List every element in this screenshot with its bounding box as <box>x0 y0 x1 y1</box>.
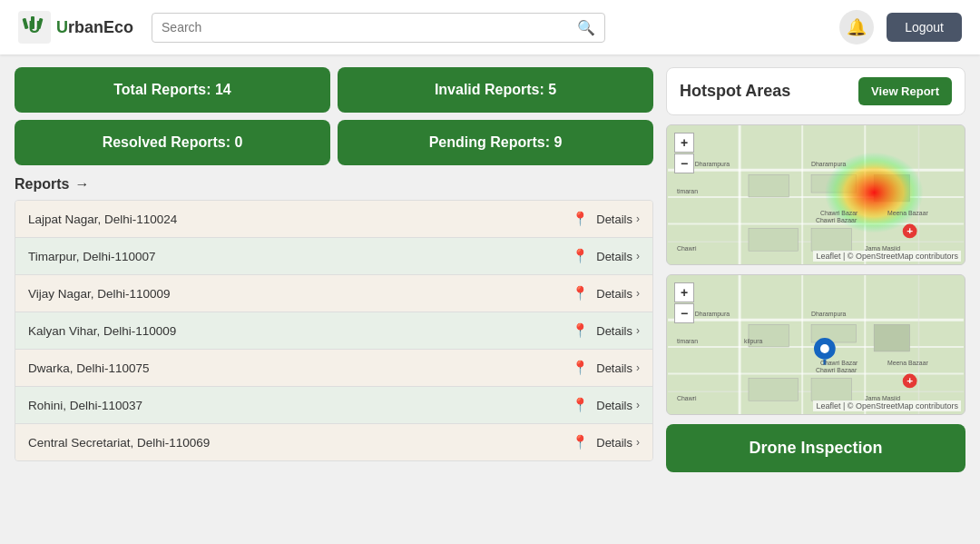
reports-header[interactable]: Reports → <box>15 176 653 193</box>
reports-arrow-icon: → <box>74 176 89 193</box>
chevron-right-icon: › <box>636 213 640 225</box>
svg-point-45 <box>820 344 829 353</box>
map2-zoom-in-button[interactable]: + <box>674 282 694 302</box>
svg-rect-3 <box>31 16 34 29</box>
svg-text:Meena Bazaar: Meena Bazaar <box>887 210 929 216</box>
hotspot-header: Hotspot Areas View Report <box>666 67 965 115</box>
heatmap-container: + Dharampura Dharampura timaran Chawri B… <box>666 124 965 265</box>
svg-text:Chawri: Chawri <box>677 395 697 401</box>
table-row[interactable]: Central Secretariat, Delhi-110069 📍 Deta… <box>15 424 652 460</box>
table-row[interactable]: Lajpat Nagar, Delhi-110024 📍 Details › <box>15 201 652 238</box>
report-location: Central Secretariat, Delhi-110069 <box>28 436 572 450</box>
search-bar[interactable]: 🔍 <box>152 13 605 43</box>
view-report-button[interactable]: View Report <box>858 77 952 105</box>
svg-rect-16 <box>749 229 798 252</box>
svg-rect-17 <box>811 229 851 252</box>
svg-rect-41 <box>749 379 798 401</box>
location-pin-icon: 📍 <box>572 397 589 413</box>
location-pin-icon: 📍 <box>572 285 589 302</box>
map1-zoom-in-button[interactable]: + <box>674 133 694 153</box>
map1-controls: + − <box>674 133 694 173</box>
svg-rect-14 <box>749 174 789 197</box>
notification-bell-button[interactable]: 🔔 <box>839 10 874 45</box>
location-pin-icon: 📍 <box>572 211 589 227</box>
left-panel: Total Reports: 14 Invalid Reports: 5 Res… <box>15 67 653 531</box>
svg-text:kilpura: kilpura <box>744 338 762 345</box>
table-row[interactable]: Rohini, Delhi-110037 📍 Details › <box>15 387 652 424</box>
svg-text:Dharampura: Dharampura <box>695 311 730 318</box>
chevron-right-icon: › <box>636 361 640 374</box>
details-link[interactable]: Details › <box>596 361 640 375</box>
report-location: Vijay Nagar, Delhi-110009 <box>28 287 572 301</box>
logo: U UrbanEco <box>18 11 133 44</box>
map2-attribution: Leaflet | © OpenStreetMap contributors <box>813 401 961 411</box>
map2-controls: + − <box>674 282 694 323</box>
svg-text:timaran: timaran <box>677 338 698 344</box>
details-link[interactable]: Details › <box>596 324 640 338</box>
svg-rect-42 <box>811 379 851 401</box>
location-pin-icon: 📍 <box>572 434 589 450</box>
logo-icon: U <box>18 11 51 44</box>
search-input[interactable] <box>162 20 577 35</box>
table-row[interactable]: Vijay Nagar, Delhi-110009 📍 Details › <box>15 275 652 312</box>
main-content: Total Reports: 14 Invalid Reports: 5 Res… <box>0 54 980 544</box>
location-pin-icon: 📍 <box>572 248 589 264</box>
svg-text:timaran: timaran <box>677 188 698 194</box>
invalid-reports-card: Invalid Reports: 5 <box>338 67 653 113</box>
chevron-right-icon: › <box>636 287 640 300</box>
logo-text: UrbanEco <box>56 18 133 37</box>
map1-attribution: Leaflet | © OpenStreetMap contributors <box>813 251 961 262</box>
table-row[interactable]: Dwarka, Delhi-110075 📍 Details › <box>15 350 652 387</box>
svg-text:Dharampura: Dharampura <box>695 161 730 168</box>
details-link[interactable]: Details › <box>596 436 640 450</box>
heatmap-svg: + Dharampura Dharampura timaran Chawri B… <box>667 125 965 264</box>
chevron-right-icon: › <box>636 250 640 262</box>
reports-list: Lajpat Nagar, Delhi-110024 📍 Details › T… <box>15 200 653 461</box>
right-panel: Hotspot Areas View Report <box>666 67 965 531</box>
chevron-right-icon: › <box>636 436 640 449</box>
drone-inspection-button[interactable]: Drone Inspection <box>666 424 965 472</box>
svg-text:Chawri Bazaar: Chawri Bazaar <box>816 217 858 223</box>
svg-text:Meena Bazaar: Meena Bazaar <box>887 360 929 366</box>
table-row[interactable]: Kalyan Vihar, Delhi-110009 📍 Details › <box>15 312 652 350</box>
search-icon-button[interactable]: 🔍 <box>577 19 595 36</box>
hotspot-title: Hotspot Areas <box>680 82 790 101</box>
header: U UrbanEco 🔍 🔔 Logout <box>0 0 980 54</box>
location-pin-icon: 📍 <box>572 322 589 339</box>
svg-text:Chawri: Chawri <box>677 245 697 252</box>
report-location: Dwarka, Delhi-110075 <box>28 361 572 375</box>
map2-zoom-out-button[interactable]: − <box>674 303 694 323</box>
svg-rect-40 <box>811 324 856 342</box>
header-right: 🔔 Logout <box>839 10 962 45</box>
svg-text:Dharampura: Dharampura <box>811 311 846 318</box>
details-link[interactable]: Details › <box>596 250 640 263</box>
chevron-right-icon: › <box>636 324 640 337</box>
pending-reports-card: Pending Reports: 9 <box>338 120 653 165</box>
pinmap-svg: + Dharampura Dharampura timaran kilpura … <box>667 275 965 414</box>
report-location: Lajpat Nagar, Delhi-110024 <box>28 213 572 226</box>
svg-text:+: + <box>906 224 913 237</box>
resolved-reports-card: Resolved Reports: 0 <box>15 120 330 165</box>
total-reports-card: Total Reports: 14 <box>15 67 330 113</box>
pinmap-container: + Dharampura Dharampura timaran kilpura … <box>666 274 965 415</box>
logout-button[interactable]: Logout <box>887 13 962 42</box>
details-link[interactable]: Details › <box>596 399 640 412</box>
svg-text:+: + <box>906 374 913 387</box>
svg-text:Chawri Bazaar: Chawri Bazaar <box>816 367 858 373</box>
report-location: Kalyan Vihar, Delhi-110009 <box>28 324 572 338</box>
svg-text:Chawri Bazar: Chawri Bazar <box>820 360 858 366</box>
svg-rect-43 <box>874 324 909 351</box>
table-row[interactable]: Timarpur, Delhi-110007 📍 Details › <box>15 238 652 275</box>
svg-text:Dharampura: Dharampura <box>811 161 846 168</box>
location-pin-icon: 📍 <box>572 360 589 376</box>
report-location: Rohini, Delhi-110037 <box>28 399 572 412</box>
chevron-right-icon: › <box>636 399 640 411</box>
map1-zoom-out-button[interactable]: − <box>674 153 694 173</box>
stats-grid: Total Reports: 14 Invalid Reports: 5 Res… <box>15 67 653 165</box>
svg-text:Chawri Bazar: Chawri Bazar <box>820 210 858 216</box>
details-link[interactable]: Details › <box>596 213 640 226</box>
reports-title: Reports <box>15 176 69 193</box>
details-link[interactable]: Details › <box>596 287 640 301</box>
report-location: Timarpur, Delhi-110007 <box>28 250 572 263</box>
